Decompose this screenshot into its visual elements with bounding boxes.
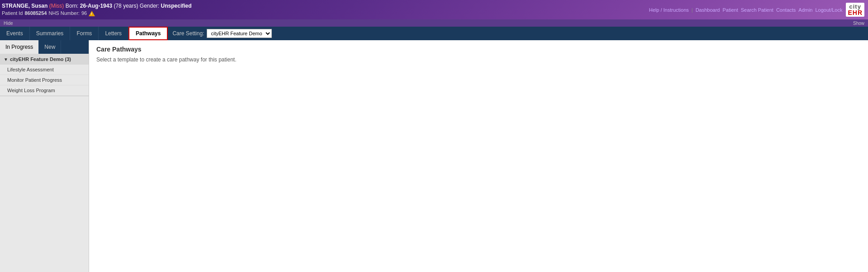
care-setting-label: Care Setting:	[172, 30, 204, 37]
patient-born-label: Born:	[66, 3, 79, 9]
patient-title: (Miss)	[49, 3, 64, 9]
patient-name-line: STRANGE, Susan (Miss) Born: 26-Aug-1943 …	[2, 2, 192, 10]
tab-in-progress[interactable]: In Progress	[0, 40, 39, 54]
sidebar-item-monitor[interactable]: Monitor Patient Progress	[0, 75, 89, 85]
main-area: In Progress New ▼ cityEHR Feature Demo (…	[0, 40, 868, 272]
patient-id-line: Patient Id 86085254 NHS Number: 96 !	[2, 10, 192, 17]
sidebar-item-weightloss[interactable]: Weight Loss Program	[0, 85, 89, 96]
top-header: STRANGE, Susan (Miss) Born: 26-Aug-1943 …	[0, 0, 868, 19]
help-link[interactable]: Help / Instructions	[649, 7, 689, 13]
care-setting-select[interactable]: cityEHR Feature Demo	[207, 29, 272, 38]
top-right: Help / Instructions | Dashboard Patient …	[649, 3, 864, 17]
tab-letters[interactable]: Letters	[99, 27, 128, 40]
sidebar: In Progress New ▼ cityEHR Feature Demo (…	[0, 40, 89, 272]
sidebar-section-header[interactable]: ▼ cityEHR Feature Demo (3)	[0, 54, 89, 65]
content-subtitle: Select a template to create a care pathw…	[96, 56, 861, 63]
hide-link[interactable]: Hide	[4, 21, 13, 26]
tab-pathways[interactable]: Pathways	[128, 27, 168, 40]
patient-id-value: 86085254	[24, 10, 47, 17]
collapse-arrow: ▼	[4, 57, 8, 62]
content-title: Care Pathways	[96, 46, 861, 53]
tab-nav: Events Summaries Forms Letters Pathways …	[0, 27, 868, 40]
patient-info: STRANGE, Susan (Miss) Born: 26-Aug-1943 …	[2, 2, 192, 17]
tab-events[interactable]: Events	[0, 27, 30, 40]
nav-admin[interactable]: Admin	[798, 7, 812, 13]
patient-gender: Unspecified	[161, 3, 192, 9]
hide-show-bar: Hide Show	[0, 19, 868, 27]
nav-patient[interactable]: Patient	[722, 7, 738, 13]
care-setting-group: Care Setting: cityEHR Feature Demo	[172, 27, 272, 40]
sidebar-section: ▼ cityEHR Feature Demo (3) Lifestyle Ass…	[0, 54, 89, 96]
patient-id-label: Patient Id	[2, 10, 23, 17]
tab-new[interactable]: New	[39, 40, 61, 54]
nhs-number: 96	[81, 10, 87, 17]
nav-search[interactable]: Search Patient	[741, 7, 773, 13]
sidebar-item-lifestyle[interactable]: Lifestyle Assessment	[0, 65, 89, 75]
nav-links: Help / Instructions | Dashboard Patient …	[649, 7, 843, 13]
sidebar-section-label: cityEHR Feature Demo (3)	[10, 56, 71, 62]
nhs-label: NHS Number:	[48, 10, 79, 17]
patient-gender-label: Gender:	[140, 3, 159, 9]
nav-dashboard[interactable]: Dashboard	[696, 7, 720, 13]
app-logo: city EHR	[846, 3, 864, 17]
show-link[interactable]: Show	[853, 21, 864, 26]
tab-summaries[interactable]: Summaries	[30, 27, 71, 40]
tab-forms[interactable]: Forms	[70, 27, 99, 40]
content-area: Care Pathways Select a template to creat…	[89, 40, 868, 272]
logo-ehr: EHR	[848, 9, 863, 16]
patient-name: STRANGE, Susan	[2, 3, 47, 9]
nav-logout[interactable]: Logout/Lock	[816, 7, 843, 13]
nav-contacts[interactable]: Contacts	[776, 7, 796, 13]
patient-dob: 26-Aug-1943	[80, 3, 112, 9]
left-tabs: In Progress New	[0, 40, 89, 54]
warning-icon: !	[89, 11, 95, 16]
patient-age: (78 years)	[114, 3, 138, 9]
